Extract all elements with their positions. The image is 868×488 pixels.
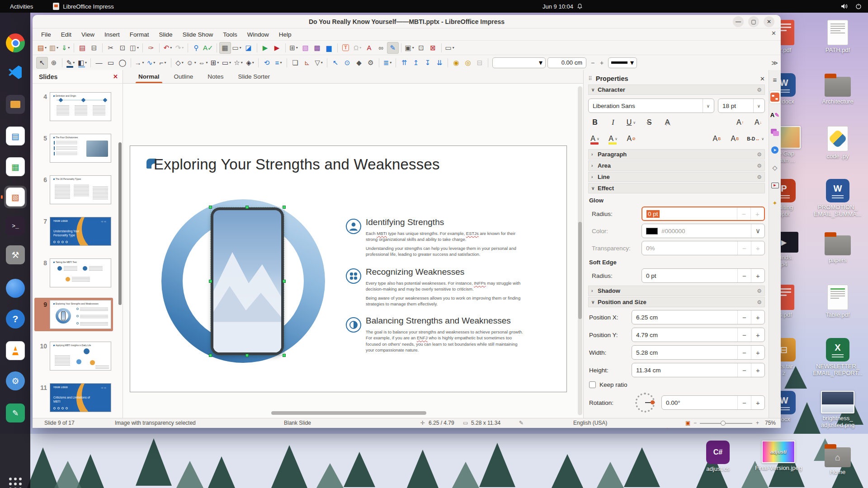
vscode-dock-icon[interactable] [4,61,27,84]
slide-thumb-preview[interactable]: The 16 Personality Types [50,175,111,204]
connectors-icon[interactable]: ⌐▾ [157,57,169,69]
section-heading[interactable]: Recognizing Weaknesses [366,267,526,277]
chevron-down-icon[interactable]: ∨ [751,224,764,238]
show-draw-functions-icon[interactable]: ✎ [387,42,399,54]
zoom-out-icon[interactable]: − [693,420,697,426]
character-shadow-icon[interactable]: A [661,117,673,128]
line-settings-icon[interactable]: ⚙ [757,174,762,180]
lines-and-arrows-icon[interactable]: →▾ [133,57,145,69]
rotation-field[interactable]: 0.00° −+ [661,395,765,410]
find-and-replace-icon[interactable]: ⚲ [190,42,202,54]
section-area[interactable]: ›Area⚙ [588,160,765,171]
subscript-icon[interactable]: AB [729,133,741,145]
insert-chart-icon[interactable]: ▆ [323,42,335,54]
font-name-select[interactable]: Liberation Sans∨ [588,99,714,113]
tools-dock-icon[interactable]: ⚒ [4,244,27,266]
section-body[interactable]: Each MBTI type has unique strengths. For… [366,230,525,257]
menu-help[interactable]: Help [275,30,296,39]
power-icon[interactable] [855,3,862,9]
clone-formatting-icon[interactable]: ✑ [145,42,157,54]
export-pdf-icon[interactable]: ▤ [76,42,88,54]
properties-tab[interactable] [769,90,781,104]
callout-shapes-icon[interactable]: ▭▾ [221,57,232,69]
slide-thumb-preview[interactable]: YOUR LOGO≪ ≪ Criticisms and Limitations … [50,383,111,412]
line-style-select[interactable]: ▾ [492,57,546,68]
decrease-font-size-icon[interactable]: A↓ [752,117,764,128]
possize-settings-icon[interactable]: ⚙ [757,299,762,305]
section-character[interactable]: ∨Character⚙ [588,84,765,95]
slide-work-area[interactable]: Exploring Your Strengths and Weaknesses [123,84,577,418]
slide-section-2[interactable]: Recognizing WeaknessesEvery type also ha… [345,267,526,310]
character-highlighting-color-icon[interactable]: A∨ [607,133,619,145]
save-icon[interactable]: ⇓▾ [60,42,71,54]
menu-view[interactable]: View [77,30,99,39]
font-size-select[interactable]: 18 pt∨ [718,99,765,113]
zoom-in-icon[interactable]: + [756,420,759,426]
slide-thumbnail-8[interactable]: 8Taking the MBTI Test [34,256,113,290]
open-file-icon[interactable]: ▥▾ [48,42,60,54]
section-body[interactable]: The goal is to balance your strengths an… [366,329,525,353]
desktop-icon-newsletter[interactable]: XNEWSLETTER_ EMAIL_REPORT... [812,338,863,377]
master-slides-tab[interactable]: ▶ [769,178,781,192]
display-grid-icon[interactable]: ▦ [219,42,231,54]
animation-tab[interactable]: ✦ [769,196,781,210]
menu-insert[interactable]: Insert [100,30,124,39]
superscript-icon[interactable]: AB [711,133,722,145]
section-effect[interactable]: ∨Effect [588,183,765,193]
display-views-icon[interactable]: ◪ [243,42,255,54]
align-objects-icon[interactable]: ≡▾ [273,57,284,69]
spelling-icon[interactable]: A✓ [202,42,214,54]
navigator-tab[interactable]: ➤ [769,143,781,157]
menu-tools[interactable]: Tools [219,30,241,39]
text-attributes-icon[interactable]: ⊟ [474,57,486,69]
slide-layout-status[interactable]: Blank Slide [284,420,311,426]
ellipse-icon[interactable]: ◯ [117,57,128,69]
settings-dock-icon[interactable]: ⚙ [4,370,27,392]
section-paragraph[interactable]: ›Paragraph⚙ [588,149,765,160]
chrome-dock-icon[interactable] [4,32,27,54]
menu-window[interactable]: Window [243,30,273,39]
soft-edge-radius-field[interactable]: 0 pt −+ [642,268,765,283]
slide-thumbnail-4[interactable]: 4Definition and Origin [34,90,113,123]
properties-close-icon[interactable]: ✕ [760,75,765,82]
select-icon[interactable]: ↖ [36,57,48,69]
close-document-icon[interactable]: ✕ [771,30,776,37]
rectangle-icon[interactable]: ▭ [105,57,117,69]
maximize-button[interactable]: ▢ [748,16,759,27]
chevron-down-icon[interactable]: ∨ [703,99,710,113]
field-input[interactable]: 4.79 cm−+ [632,328,765,342]
send-backward-icon[interactable]: ↧ [422,57,434,69]
interaction-icon[interactable]: ◉ [450,57,462,69]
insert-image-icon[interactable]: ▧ [300,42,311,54]
increase-icon[interactable]: + [751,396,764,409]
slide-layout-icon[interactable]: ▭▾ [444,42,456,54]
section-shadow[interactable]: ›Shadow⚙ [588,286,765,296]
fit-slide-icon[interactable]: ▣ [685,420,690,426]
tab-outline[interactable]: Outline [169,71,199,83]
decrease-icon[interactable]: − [737,310,751,324]
line-color-select[interactable]: ▾ [608,57,637,68]
basic-shapes-icon[interactable]: ◇▾ [174,57,185,69]
increase-icon[interactable]: + [751,269,764,282]
new-slide-icon[interactable]: ▣▾ [404,42,415,54]
slide-thumbnail-6[interactable]: 6The 16 Personality Types [34,173,113,206]
slide-thumb-preview[interactable]: Definition and Origin [50,92,111,121]
rotation-dial[interactable] [635,393,655,413]
insert-media-icon[interactable]: ▩ [311,42,323,54]
vlc-dock-icon[interactable] [4,339,27,362]
flowchart-shapes-icon[interactable]: ⊞▾ [209,57,221,69]
glow-color-select[interactable]: #000000 ∨ [642,224,765,238]
tab-slide-sorter[interactable]: Slide Sorter [233,71,276,83]
character-settings-icon[interactable]: ⚙ [757,87,762,93]
font-color-icon[interactable]: A∨ [589,133,601,145]
decrease-icon[interactable]: − [737,269,751,282]
glow-radius-field[interactable]: 0 pt −+ [642,206,765,221]
slide-thumb-preview[interactable]: Applying MBTI Insights in Daily Life [50,342,111,371]
desktop-icon-architecture[interactable]: Architecture [812,73,863,105]
underline-icon[interactable]: U∨ [625,117,637,128]
desktop-icon-code[interactable]: code .py [812,126,863,160]
volume-icon[interactable] [841,3,848,9]
slide-thumbnail-9[interactable]: 9Exploring Your Strengths and Weaknesses [34,298,113,331]
line-width-increase-icon[interactable]: + [597,57,606,68]
horizontal-scrollbar[interactable] [130,411,567,415]
